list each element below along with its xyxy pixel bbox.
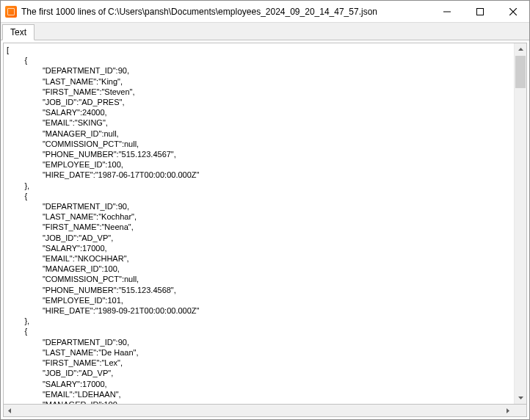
minimize-button[interactable]: [430, 1, 463, 22]
text-viewer: [ { "DEPARTMENT_ID":90, "LAST_NAME":"Kin…: [3, 43, 527, 405]
close-icon: [509, 8, 517, 15]
chevron-down-icon: [518, 395, 523, 400]
content-area: [ { "DEPARTMENT_ID":90, "LAST_NAME":"Kin…: [1, 40, 529, 419]
tab-label: Text: [10, 27, 26, 37]
scroll-left-button[interactable]: [4, 405, 16, 416]
scroll-right-button[interactable]: [501, 405, 514, 416]
chevron-left-icon: [7, 408, 12, 413]
scroll-up-button[interactable]: [515, 43, 526, 56]
svg-rect-1: [476, 8, 483, 15]
maximize-icon: [476, 8, 484, 15]
chevron-right-icon: [505, 408, 510, 413]
text-content[interactable]: [ { "DEPARTMENT_ID":90, "LAST_NAME":"Kin…: [4, 43, 514, 404]
minimize-icon: [443, 8, 451, 15]
titlebar[interactable]: The first 1000 lines of C:\Users\pansh\D…: [1, 1, 529, 23]
app-icon: [5, 6, 17, 18]
close-button[interactable]: [496, 1, 529, 22]
maximize-button[interactable]: [463, 1, 496, 22]
tab-text[interactable]: Text: [2, 24, 35, 40]
svg-rect-0: [443, 11, 451, 12]
vertical-scrollbar[interactable]: [514, 43, 526, 404]
scroll-down-button[interactable]: [515, 391, 526, 404]
horizontal-scroll-track[interactable]: [16, 405, 501, 416]
window-title: The first 1000 lines of C:\Users\pansh\D…: [21, 7, 430, 17]
window-controls: [430, 1, 529, 22]
chevron-up-icon: [518, 47, 523, 52]
app-window: The first 1000 lines of C:\Users\pansh\D…: [0, 0, 530, 420]
tab-bar: Text: [1, 23, 529, 40]
horizontal-scrollbar[interactable]: [3, 405, 527, 417]
scroll-corner: [514, 405, 526, 416]
vertical-scroll-thumb[interactable]: [515, 56, 526, 88]
